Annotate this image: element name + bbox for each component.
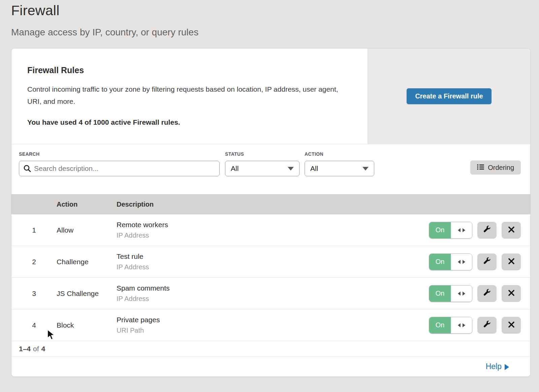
search-wrap — [19, 161, 220, 176]
status-filter-group: STATUS All — [225, 151, 299, 194]
close-icon — [508, 290, 515, 297]
chevron-down-icon — [288, 167, 294, 171]
search-group: SEARCH — [19, 151, 220, 194]
page-title: Firewall — [11, 3, 539, 19]
action-selected-value: All — [310, 164, 318, 173]
rule-match-type: URI Path — [117, 327, 160, 334]
toggle-on-label: On — [429, 317, 451, 333]
rule-controls: On — [429, 285, 530, 302]
search-icon — [23, 164, 31, 173]
delete-rule-button[interactable] — [502, 285, 521, 302]
close-icon — [508, 258, 515, 266]
help-link[interactable]: Help — [486, 362, 509, 371]
filters-bar: SEARCH STATUS All ACTION All — [11, 144, 530, 194]
rule-action: Challenge — [57, 258, 117, 266]
edit-rule-button[interactable] — [477, 253, 497, 270]
wrench-icon — [483, 257, 491, 266]
column-action: Action — [57, 201, 117, 208]
wrench-icon — [483, 321, 491, 330]
page-subtitle: Manage access by IP, country, or query r… — [11, 27, 539, 38]
column-description: Description — [117, 201, 154, 208]
rule-description-title: Private pages — [117, 316, 160, 324]
rule-description-title: Spam comments — [117, 284, 170, 292]
rule-action: JS Challenge — [57, 290, 117, 298]
overview-text-panel: Firewall Rules Control incoming traffic … — [11, 49, 368, 144]
edit-rule-button[interactable] — [477, 222, 497, 239]
ordered-list-icon — [477, 164, 484, 172]
rule-description: Private pages URI Path — [117, 316, 160, 334]
rule-enabled-toggle[interactable]: On — [429, 285, 472, 302]
toggle-on-label: On — [429, 285, 451, 302]
status-select[interactable]: All — [225, 161, 299, 176]
toggle-arrows-icon — [451, 317, 472, 333]
toggle-on-label: On — [429, 222, 451, 238]
search-label: SEARCH — [19, 151, 220, 157]
rule-description-title: Remote workers — [117, 221, 168, 229]
table-row: 2 Challenge Test rule IP Address On — [11, 246, 530, 278]
delete-rule-button[interactable] — [502, 253, 521, 270]
usage-note: You have used 4 of 1000 active Firewall … — [27, 118, 347, 126]
edit-rule-button[interactable] — [477, 285, 497, 302]
wrench-icon — [483, 225, 491, 235]
create-firewall-rule-button[interactable]: Create a Firewall rule — [407, 88, 491, 104]
rule-match-type: IP Address — [117, 232, 168, 239]
rule-description-title: Test rule — [117, 252, 149, 261]
arrow-right-icon — [505, 364, 509, 370]
table-row: 1 Allow Remote workers IP Address On — [11, 214, 530, 246]
pagination-total: 4 — [41, 345, 45, 353]
rule-controls: On — [429, 317, 530, 334]
rule-description: Test rule IP Address — [117, 252, 149, 271]
edit-rule-button[interactable] — [477, 317, 497, 334]
overview-section: Firewall Rules Control incoming traffic … — [11, 49, 530, 144]
rule-priority: 2 — [11, 258, 57, 266]
search-input[interactable] — [19, 161, 220, 176]
action-label: ACTION — [305, 151, 374, 157]
pagination: 1–4 of 4 — [11, 341, 530, 356]
status-selected-value: All — [231, 164, 239, 173]
delete-rule-button[interactable] — [502, 317, 521, 334]
ordering-button[interactable]: Ordering — [470, 160, 521, 175]
table-header: Action Description — [11, 194, 530, 214]
toggle-arrows-icon — [451, 222, 472, 238]
status-label: STATUS — [225, 151, 299, 157]
table-row: 3 JS Challenge Spam comments IP Address … — [11, 278, 530, 309]
rule-controls: On — [429, 222, 530, 239]
delete-rule-button[interactable] — [502, 222, 521, 239]
rule-priority: 1 — [11, 226, 57, 234]
rule-action: Allow — [57, 226, 117, 234]
overview-description: Control incoming traffic to your zone by… — [27, 83, 347, 108]
overview-heading: Firewall Rules — [27, 65, 347, 75]
page-header: Firewall Manage access by IP, country, o… — [0, 0, 539, 38]
chevron-down-icon — [362, 167, 369, 171]
rule-match-type: IP Address — [117, 295, 170, 303]
rule-description: Remote workers IP Address — [117, 221, 168, 239]
help-link-label: Help — [486, 362, 502, 371]
close-icon — [508, 321, 515, 329]
rule-priority: 4 — [11, 321, 57, 329]
ordering-button-label: Ordering — [488, 164, 514, 172]
pagination-range: 1–4 — [19, 345, 31, 353]
rule-enabled-toggle[interactable]: On — [429, 317, 472, 334]
pagination-of: of — [33, 345, 39, 353]
rule-controls: On — [429, 253, 530, 270]
rule-match-type: IP Address — [117, 263, 149, 271]
rule-description: Spam comments IP Address — [117, 284, 170, 303]
toggle-arrows-icon — [451, 285, 472, 302]
toggle-arrows-icon — [451, 254, 472, 270]
toggle-on-label: On — [429, 254, 451, 270]
close-icon — [508, 226, 515, 234]
create-rule-panel: Create a Firewall rule — [368, 49, 530, 144]
firewall-rules-card: Firewall Rules Control incoming traffic … — [11, 48, 531, 377]
table-row: 4 Block Private pages URI Path On — [11, 309, 530, 341]
rule-action: Block — [57, 321, 117, 329]
wrench-icon — [483, 289, 491, 298]
rule-priority: 3 — [11, 290, 57, 298]
rule-enabled-toggle[interactable]: On — [429, 222, 472, 239]
action-filter-group: ACTION All — [305, 151, 374, 194]
card-footer: Help — [11, 356, 530, 376]
action-select[interactable]: All — [305, 161, 374, 176]
rule-enabled-toggle[interactable]: On — [429, 253, 472, 270]
